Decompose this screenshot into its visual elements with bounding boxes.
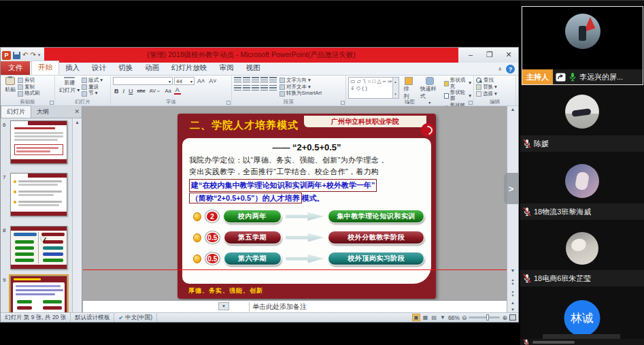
new-slide-button[interactable]: 新建 幻灯片 ▾: [57, 77, 82, 99]
participant-name: 李远兴的屏...: [579, 72, 623, 82]
participant-tile-host[interactable]: 主持人 李远兴的屏...: [522, 6, 643, 85]
stage-description-pill: 校外顶岗实习阶段: [328, 252, 424, 265]
undo-icon[interactable]: ↶: [22, 52, 28, 59]
tab-slides-pane[interactable]: 幻灯片: [1, 105, 31, 118]
slide-sorter-icon[interactable]: ▦: [422, 314, 429, 321]
tab-transitions[interactable]: 切换: [112, 62, 139, 75]
select-button[interactable]: 选择 ▾: [476, 91, 513, 97]
tab-file[interactable]: 文件: [1, 61, 30, 75]
character-spacing-icon[interactable]: AV⇔: [148, 88, 163, 94]
shapes-gallery[interactable]: ▭ ▱ ∖ ○ □ △ ⌐ ⇒ ⇓ ◇ ( ) ▴▾: [348, 77, 399, 99]
slide-thumbnail-8[interactable]: 8 ▶: [2, 226, 70, 271]
design-template-name[interactable]: 默认设计模板: [71, 313, 114, 322]
participant-tile[interactable]: 林诚: [520, 295, 644, 345]
justify-icon[interactable]: [260, 85, 268, 91]
clipboard-dialog-launcher[interactable]: [50, 101, 54, 105]
bullets-icon[interactable]: [234, 77, 241, 82]
previous-slide-button[interactable]: ▲▲: [507, 278, 518, 285]
convert-smartart-button[interactable]: 转换为SmartArt: [279, 91, 322, 97]
bold-button[interactable]: B: [113, 88, 120, 95]
change-case-button[interactable]: Aa: [164, 88, 173, 94]
qat-dropdown-icon[interactable]: ▾: [38, 52, 41, 58]
ribbon-collapse-icon[interactable]: ∧: [498, 66, 502, 72]
participant-tile[interactable]: 陈媛: [520, 89, 644, 154]
tab-insert[interactable]: 插入: [59, 62, 86, 75]
zoom-slider-thumb[interactable]: [486, 314, 489, 321]
numbering-icon[interactable]: [243, 77, 250, 82]
increase-indent-icon[interactable]: [260, 77, 268, 82]
redo-icon[interactable]: ↷: [30, 52, 35, 59]
close-pane-icon[interactable]: ✕: [74, 108, 80, 115]
replace-button[interactable]: 替换 ▾: [476, 84, 513, 91]
tab-view[interactable]: 视图: [240, 62, 267, 75]
font-size-combo[interactable]: 44▾: [174, 77, 194, 85]
notes-splitter-icon[interactable]: ▼: [218, 302, 229, 310]
paste-button[interactable]: 粘贴: [3, 77, 18, 99]
restore-button[interactable]: ❐: [480, 48, 499, 61]
italic-button[interactable]: I: [122, 88, 126, 95]
align-center-icon[interactable]: [243, 85, 250, 91]
decrease-indent-icon[interactable]: [252, 77, 259, 82]
tab-design[interactable]: 设计: [86, 62, 112, 75]
fit-to-window-icon[interactable]: [509, 314, 516, 321]
align-right-icon[interactable]: [252, 85, 259, 91]
slideshow-icon[interactable]: ▼: [439, 314, 446, 321]
zoom-in-icon[interactable]: ⊕: [502, 314, 507, 321]
tab-slideshow[interactable]: 幻灯片放映: [165, 62, 214, 75]
reading-view-icon[interactable]: ▤: [430, 314, 437, 321]
align-left-icon[interactable]: [234, 85, 241, 91]
panel-collapse-handle[interactable]: >: [504, 173, 518, 204]
tab-home[interactable]: 开始: [31, 61, 59, 75]
line-spacing-icon[interactable]: [269, 77, 277, 82]
participant-name: 18物流3班黎海威: [534, 207, 591, 217]
notes-pane[interactable]: ▼ 单击此处添加备注: [83, 300, 507, 312]
powerpoint-logo-icon[interactable]: P: [2, 51, 11, 60]
reset-button[interactable]: 重设: [82, 84, 103, 91]
scroll-up-icon[interactable]: ▲: [507, 107, 518, 112]
group-editing: 查找 替换 ▾ 选择 ▾ 编辑: [474, 76, 516, 105]
text-direction-button[interactable]: 文字方向 ▾: [279, 78, 322, 84]
minimize-button[interactable]: –: [461, 48, 480, 61]
participant-tile[interactable]: 18电商6班朱芷莹: [520, 227, 644, 289]
shrink-font-icon[interactable]: A˅: [207, 78, 218, 84]
scroll-down-icon[interactable]: ▼: [507, 268, 518, 273]
notes-scrollbar[interactable]: ▲▼: [507, 300, 518, 312]
slides-thumbnail-panel: 幻灯片 大纲 ✕ 6: [1, 106, 82, 312]
format-painter-button[interactable]: 格式刷: [18, 91, 40, 97]
section-button[interactable]: 节 ▾: [82, 91, 103, 97]
font-name-combo[interactable]: ▾: [113, 77, 173, 85]
shapes-gallery-scrollbar[interactable]: ▴▾: [392, 78, 399, 98]
notes-placeholder[interactable]: 单击此处添加备注: [249, 302, 307, 312]
language-status[interactable]: ✔ 中文(中国): [114, 313, 157, 322]
zoom-slider[interactable]: [469, 316, 500, 318]
group-drawing: ▭ ▱ ∖ ○ □ △ ⌐ ⇒ ⇓ ◇ ( ) ▴▾ 排列▾ 快速样式▾ 形状填…: [346, 76, 474, 105]
columns-icon[interactable]: [269, 85, 277, 91]
normal-view-icon[interactable]: ▣: [412, 314, 420, 321]
slide-thumbnail-6[interactable]: 6: [2, 120, 70, 165]
drawing-dialog-launcher[interactable]: [469, 101, 473, 105]
underline-button[interactable]: U: [127, 88, 135, 95]
tab-review[interactable]: 审阅: [214, 62, 240, 75]
copy-button[interactable]: 复制: [18, 84, 40, 91]
slide-canvas[interactable]: 二、学院人才培养模式 广州华立科技职业学院 —— “2+0.5+0.5” 我院办…: [177, 114, 436, 299]
cut-button[interactable]: 剪切: [18, 78, 40, 84]
align-text-button[interactable]: 对齐文本 ▾: [279, 84, 322, 91]
tab-animations[interactable]: 动画: [139, 62, 165, 75]
close-button[interactable]: ✕: [499, 48, 518, 61]
next-slide-button[interactable]: ▼▼: [507, 291, 518, 297]
tab-outline-pane[interactable]: 大纲: [31, 106, 54, 118]
layout-button[interactable]: 版式 ▾: [82, 78, 103, 84]
save-icon[interactable]: [13, 52, 20, 59]
zoom-out-icon[interactable]: ⊖: [462, 314, 467, 321]
font-color-button[interactable]: A: [174, 87, 181, 95]
find-button[interactable]: 查找: [476, 78, 513, 84]
thumbnail-scrollbar[interactable]: ▲: [72, 118, 82, 312]
grow-font-icon[interactable]: A˄: [196, 78, 206, 84]
shape-fill-button[interactable]: 形状填充 ▾: [444, 78, 471, 89]
slide-thumbnail-7[interactable]: 7: [2, 173, 70, 218]
font-dialog-launcher[interactable]: [226, 101, 231, 105]
help-icon[interactable]: ?: [506, 65, 515, 73]
participant-tile[interactable]: 18物流3班黎海威: [520, 161, 644, 222]
paragraph-dialog-launcher[interactable]: [341, 101, 345, 105]
strikethrough-button[interactable]: abc: [136, 88, 147, 94]
